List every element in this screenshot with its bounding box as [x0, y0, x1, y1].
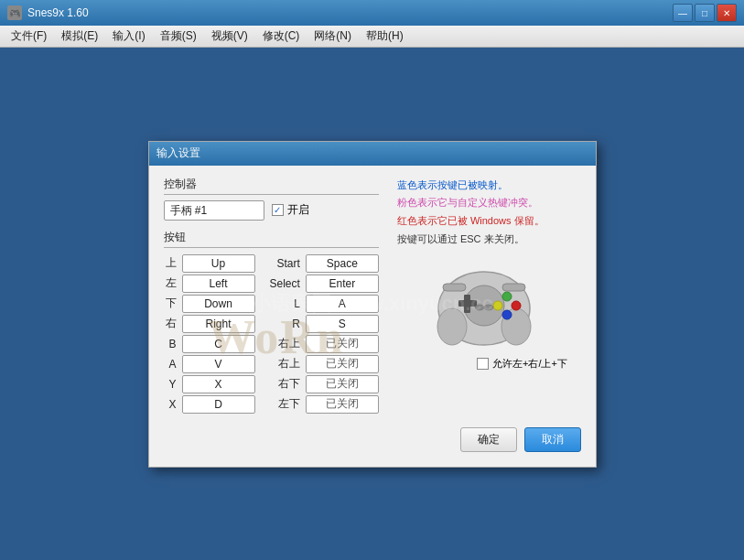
svg-point-7	[512, 301, 521, 310]
svg-point-9	[493, 301, 502, 310]
key-box-b[interactable]: C	[182, 335, 255, 353]
btn-label-rightd: 右下	[268, 374, 306, 394]
key-box-x[interactable]: D	[182, 395, 255, 414]
btn-label-l: L	[268, 294, 306, 314]
confirm-button[interactable]: 确定	[460, 427, 517, 452]
btn-input-b: C	[182, 334, 255, 354]
btn-input-right: Right	[182, 314, 255, 334]
input-settings-dialog: 输入设置 控制器 手柄 #1 ✓ 开启	[148, 141, 597, 468]
key-box-right[interactable]: Right	[182, 315, 255, 333]
svg-point-1	[437, 308, 467, 345]
btn-label-start: Start	[268, 253, 306, 274]
btn-label-select: Select	[268, 274, 306, 294]
btn-row-l: L A	[268, 294, 379, 314]
menu-help[interactable]: 帮助(H)	[359, 27, 411, 46]
cancel-button[interactable]: 取消	[524, 427, 581, 452]
dialog-title-bar: 输入设置	[149, 142, 596, 166]
btn-label-a: A	[164, 354, 182, 374]
key-box-up[interactable]: Up	[182, 254, 255, 273]
btn-row-right: 右 Right	[164, 314, 255, 334]
allow-diagonal-checkbox[interactable]	[477, 358, 489, 370]
btn-input-rightu: 已关闭	[306, 334, 379, 354]
btn-input-down: Down	[182, 294, 255, 314]
key-box-rightd[interactable]: 已关闭	[306, 375, 379, 393]
btn-label-left: 左	[164, 274, 182, 294]
info-line-red: 红色表示它已被 Windows 保留。	[397, 212, 571, 231]
dialog-title: 输入设置	[156, 145, 588, 161]
key-box-rightuu[interactable]: 已关闭	[306, 355, 379, 373]
btn-row-select: Select Enter	[268, 274, 379, 294]
svg-rect-5	[464, 295, 470, 313]
maximize-button[interactable]: □	[695, 4, 715, 22]
key-box-rightu[interactable]: 已关闭	[306, 335, 379, 353]
btn-input-rightuu: 已关闭	[306, 354, 379, 374]
btn-row-leftd: 左下 已关闭	[268, 394, 379, 415]
btn-row-r: R S	[268, 314, 379, 334]
svg-point-11	[484, 305, 493, 310]
btn-row-a: A V	[164, 354, 255, 374]
app-icon: 🎮	[7, 5, 22, 20]
info-line-blue: 蓝色表示按键已被映射。	[397, 177, 571, 195]
btn-label-down: 下	[164, 294, 182, 314]
menu-emulate[interactable]: 模拟(E)	[54, 27, 105, 46]
minimize-button[interactable]: —	[673, 4, 693, 22]
btn-label-r: R	[268, 314, 306, 334]
btn-row-rightd: 右下 已关闭	[268, 374, 379, 394]
btn-input-r: S	[306, 314, 379, 334]
key-box-left[interactable]: Left	[182, 275, 255, 293]
btn-row-x: X D	[164, 394, 255, 415]
btn-row-rightu: 右上 已关闭	[268, 334, 379, 354]
main-content: 小语家园 www.xinyucn.cc 输入设置 控制器 手柄 #1	[0, 48, 744, 560]
info-line-pink: 粉色表示它与自定义热键冲突。	[397, 194, 571, 212]
btn-input-y: X	[182, 374, 255, 394]
btn-label-up: 上	[164, 253, 182, 274]
controller-row: 手柄 #1 ✓ 开启	[164, 200, 379, 221]
enable-checkbox-row: ✓ 开启	[272, 202, 309, 218]
info-line-esc: 按键可以通过 ESC 来关闭。	[397, 231, 571, 249]
btn-label-leftd: 左下	[268, 394, 306, 415]
menu-file[interactable]: 文件(F)	[4, 27, 54, 46]
right-buttons-table: Start Space Select Enter	[268, 253, 379, 415]
key-box-leftd[interactable]: 已关闭	[306, 395, 379, 414]
btn-input-l: A	[306, 294, 379, 314]
btn-input-leftd: 已关闭	[306, 394, 379, 415]
title-bar-title: Snes9x 1.60	[27, 6, 673, 19]
svg-rect-13	[502, 284, 525, 291]
menu-video[interactable]: 视频(V)	[204, 27, 255, 46]
controller-select[interactable]: 手柄 #1	[164, 200, 264, 221]
key-box-start[interactable]: Space	[306, 254, 379, 273]
btn-input-left: Left	[182, 274, 255, 294]
menu-bar: 文件(F) 模拟(E) 输入(I) 音频(S) 视频(V) 修改(C) 网络(N…	[0, 26, 744, 48]
enable-label: 开启	[287, 202, 309, 218]
key-box-a[interactable]: V	[182, 355, 255, 373]
btn-label-y: Y	[164, 374, 182, 394]
key-box-down[interactable]: Down	[182, 295, 255, 313]
dialog-inner: 控制器 手柄 #1 ✓ 开启 按钮	[164, 177, 581, 415]
gamepad-svg	[434, 258, 534, 350]
svg-point-8	[502, 310, 512, 319]
btn-input-start: Space	[306, 253, 379, 274]
svg-rect-12	[443, 284, 466, 291]
menu-modify[interactable]: 修改(C)	[255, 27, 307, 46]
key-box-r[interactable]: S	[306, 315, 379, 333]
buttons-grid: 上 Up 左 Left	[164, 253, 379, 415]
menu-input[interactable]: 输入(I)	[105, 27, 152, 46]
action-buttons: 确定 取消	[164, 427, 581, 456]
enable-checkbox[interactable]: ✓	[272, 204, 284, 216]
key-box-select[interactable]: Enter	[306, 275, 379, 293]
menu-network[interactable]: 网络(N)	[307, 27, 359, 46]
key-box-l[interactable]: A	[306, 295, 379, 313]
close-button[interactable]: ✕	[717, 4, 737, 22]
left-panel: 控制器 手柄 #1 ✓ 开启 按钮	[164, 177, 379, 415]
btn-input-select: Enter	[306, 274, 379, 294]
svg-point-10	[475, 305, 484, 310]
menu-audio[interactable]: 音频(S)	[153, 27, 204, 46]
btn-row-down: 下 Down	[164, 294, 255, 314]
btn-input-rightd: 已关闭	[306, 374, 379, 394]
allow-diagonal-label: 允许左+右/上+下	[492, 355, 567, 372]
info-block: 蓝色表示按键已被映射。 粉色表示它与自定义热键冲突。 红色表示它已被 Windo…	[397, 177, 571, 249]
btn-label-rightuu: 右上	[268, 354, 306, 374]
btn-label-right: 右	[164, 314, 182, 334]
key-box-y[interactable]: X	[182, 375, 255, 393]
svg-point-6	[502, 292, 512, 301]
